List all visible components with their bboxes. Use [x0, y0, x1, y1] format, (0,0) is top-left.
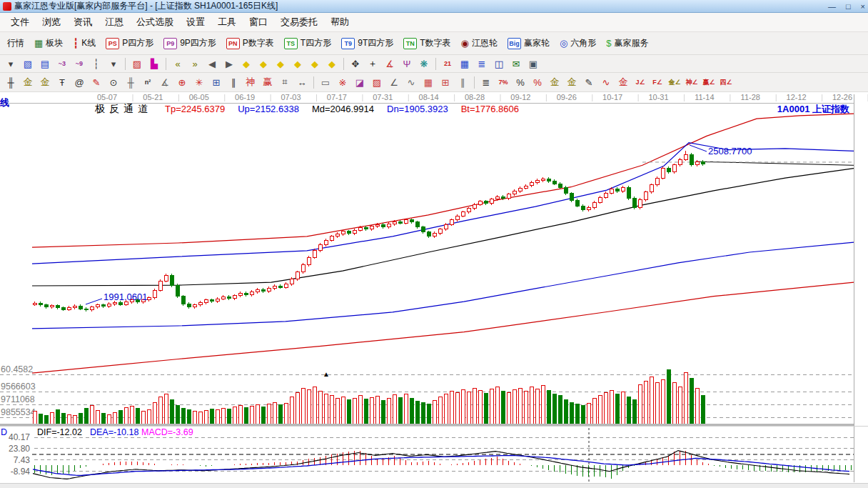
mail-globe-icon[interactable]: ✉	[508, 56, 525, 71]
chart-area[interactable]: 05-0705-2106-0506-1907-0307-1707-3108-14…	[0, 92, 868, 483]
percent-level-icon[interactable]: %	[529, 75, 546, 89]
p9-square-button[interactable]: P99P四方形	[158, 35, 221, 51]
price-ruler-icon[interactable]: ╫	[2, 75, 19, 89]
quotes-button[interactable]: 行情	[2, 35, 29, 51]
calendar-icon[interactable]: 21	[439, 56, 456, 71]
zoom-area-icon[interactable]: ▧	[19, 56, 36, 71]
crosshair-icon[interactable]: ＋	[364, 56, 381, 71]
close-button[interactable]: ×	[861, 2, 865, 11]
gold-gann2-icon[interactable]: 金	[36, 75, 54, 89]
gann-frame-icon[interactable]: Ψ	[398, 56, 415, 71]
blocks-button[interactable]: ▦板块	[29, 35, 68, 51]
compass-icon[interactable]: ⊕	[173, 75, 191, 89]
menu-item-文件[interactable]: 文件	[4, 14, 36, 31]
red-grid2-icon[interactable]: ⊞	[437, 75, 454, 89]
angle-measure-icon[interactable]: ∡	[381, 56, 398, 71]
percent-red-icon[interactable]: 7%	[495, 75, 512, 89]
fan-lines-icon[interactable]: ※	[334, 75, 351, 89]
nav-first-icon[interactable]: «	[169, 56, 186, 71]
shen-angle-icon[interactable]: 神∠	[683, 75, 700, 89]
n-square-icon[interactable]: n²	[139, 75, 156, 89]
hexagon-button[interactable]: ◎六角形	[555, 35, 601, 51]
levels-list-icon[interactable]: ≣	[478, 75, 495, 89]
menu-item-窗口[interactable]: 窗口	[243, 14, 274, 31]
si-angle-icon[interactable]: 四∠	[717, 75, 735, 89]
red-grid-icon[interactable]: ▦	[420, 75, 437, 89]
printer-icon[interactable]: ▣	[525, 56, 542, 71]
cycle-clock-icon[interactable]: ⊙	[105, 75, 122, 89]
wave-a-icon[interactable]: ∿	[597, 75, 615, 89]
menu-item-交易委托[interactable]: 交易委托	[274, 14, 324, 31]
gold-circle-icon[interactable]: 金	[546, 75, 563, 89]
wave3-icon[interactable]: ~3	[54, 56, 71, 71]
ruler-small-icon[interactable]: ╫	[122, 75, 139, 89]
diamond-left-icon[interactable]: ◆	[238, 56, 255, 71]
spiral-icon[interactable]: @	[71, 75, 88, 89]
notes-icon[interactable]: ≣	[473, 56, 490, 71]
kline-button[interactable]: ┇K线	[68, 35, 101, 51]
t-number-button[interactable]: TNT数字表	[398, 35, 455, 51]
pen-flag-icon[interactable]: ✎	[580, 75, 597, 89]
menu-item-设置[interactable]: 设置	[180, 14, 211, 31]
nav-next-icon[interactable]: ▶	[221, 56, 238, 71]
winner-service-button[interactable]: $赢家服务	[601, 35, 653, 51]
dropdown-caret-icon[interactable]: ▾	[2, 56, 19, 71]
percent-icon[interactable]: %	[512, 75, 529, 89]
hand-pan-icon[interactable]: ✥	[347, 56, 364, 71]
nav-prev-icon[interactable]: ◀	[203, 56, 221, 71]
maximize-button[interactable]: □	[846, 2, 851, 11]
brush-icon[interactable]: ✎	[88, 75, 105, 89]
p-number-button[interactable]: PNP数字表	[221, 35, 279, 51]
volume-profile-icon[interactable]: ▙	[146, 56, 163, 71]
ying-icon[interactable]: 赢	[259, 75, 276, 89]
angle-fan-icon[interactable]: ∠	[385, 75, 403, 89]
calculator-icon[interactable]: ▦	[456, 56, 473, 71]
info-list-icon[interactable]: ▤	[36, 56, 54, 71]
wave9-icon[interactable]: ~9	[71, 56, 88, 71]
save-disk-icon[interactable]: ◫	[490, 56, 508, 71]
f-ruler-icon[interactable]: Ŧ	[54, 75, 71, 89]
rect-tool-icon[interactable]: ▭	[317, 75, 334, 89]
p-square-button[interactable]: PSP四方形	[101, 35, 158, 51]
span-arrow-icon[interactable]: ↔	[293, 75, 311, 89]
t9-square-button[interactable]: T99T四方形	[336, 35, 398, 51]
zigzag-icon[interactable]: ∿	[403, 75, 420, 89]
diamond-all-icon[interactable]: ◆	[323, 56, 340, 71]
pattern-red-icon[interactable]: ▨	[128, 56, 146, 71]
ying-angle-icon[interactable]: 赢∠	[700, 75, 717, 89]
gold-level2-icon[interactable]: 金	[615, 75, 632, 89]
menu-item-帮助[interactable]: 帮助	[324, 14, 355, 31]
fan-box-icon[interactable]: ◪	[351, 75, 368, 89]
gann-wheel-button[interactable]: ◉江恩轮	[456, 35, 503, 51]
minimize-button[interactable]: —	[828, 2, 836, 11]
candle-style-icon[interactable]: ┆	[88, 56, 105, 71]
mind-icon[interactable]: ❋	[415, 56, 433, 71]
gold-angle-icon[interactable]: 金∠	[666, 75, 683, 89]
parallel-lines-icon[interactable]: ∥	[454, 75, 471, 89]
diamond-right-icon[interactable]: ◆	[255, 56, 272, 71]
ruler-123-icon[interactable]: ⌗	[276, 75, 293, 89]
fan-grid-icon[interactable]: ▨	[368, 75, 385, 89]
menu-item-浏览[interactable]: 浏览	[36, 14, 67, 31]
menu-item-资讯[interactable]: 资讯	[67, 14, 99, 31]
t-square-button[interactable]: TST四方形	[279, 35, 336, 51]
nav-last-icon[interactable]: »	[186, 56, 203, 71]
menu-item-江恩[interactable]: 江恩	[99, 14, 130, 31]
angle-a-icon[interactable]: ∡	[156, 75, 173, 89]
diamond-down-icon[interactable]: ◆	[289, 56, 306, 71]
gold-level-icon[interactable]: 金	[563, 75, 580, 89]
k-marks-icon[interactable]: ∥	[225, 75, 242, 89]
menu-item-工具[interactable]: 工具	[211, 14, 243, 31]
winner-wheel-button[interactable]: Big赢家轮	[503, 35, 555, 51]
candle-style-caret-icon[interactable]: ▾	[105, 56, 122, 71]
j-angle-icon[interactable]: J∠	[632, 75, 649, 89]
menu-item-公式选股[interactable]: 公式选股	[130, 14, 180, 31]
nav-first-icon-glyph: «	[175, 59, 180, 69]
shen-icon[interactable]: 神	[242, 75, 259, 89]
grid-box-icon[interactable]: ⊞	[208, 75, 225, 89]
f-angle-icon[interactable]: F∠	[649, 75, 666, 89]
star-web-icon[interactable]: ✳	[191, 75, 208, 89]
diamond-up-icon[interactable]: ◆	[306, 56, 323, 71]
gold-gann-icon[interactable]: 金	[19, 75, 36, 89]
diamond-lr-icon[interactable]: ◆	[272, 56, 289, 71]
